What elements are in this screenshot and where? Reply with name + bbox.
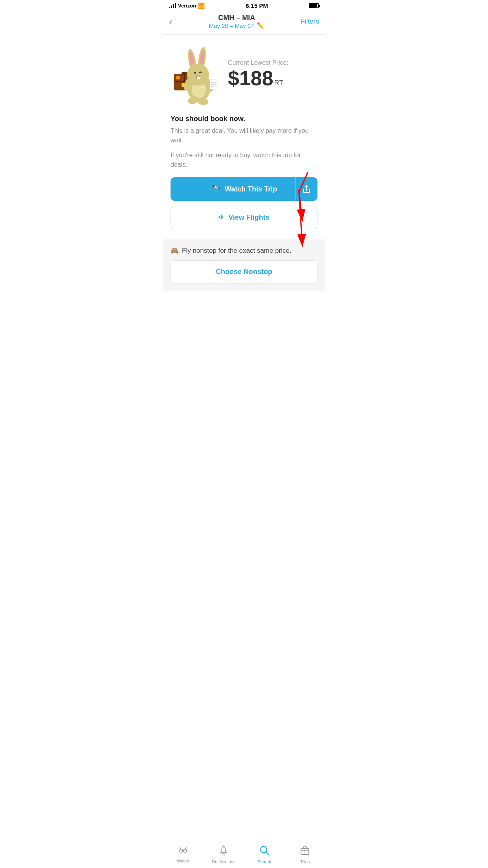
- bunny-mascot: [171, 42, 222, 105]
- status-time: 6:15 PM: [246, 2, 268, 9]
- edit-dates-icon[interactable]: ✏️: [257, 22, 264, 29]
- nonstop-header: 🙈 Fly nonstop for the exact same price.: [171, 246, 317, 255]
- price-label: Current Lowest Price:: [228, 59, 317, 66]
- share-button-area[interactable]: [295, 177, 317, 201]
- price-amount: $188RT: [228, 68, 317, 88]
- svg-rect-15: [197, 77, 198, 79]
- recommendation-title: You should book now.: [171, 115, 317, 123]
- svg-rect-16: [198, 77, 200, 79]
- back-button[interactable]: ‹: [169, 17, 172, 27]
- recommendation-watch: If you're still not ready to buy, watch …: [171, 151, 317, 169]
- watch-trip-button[interactable]: 🔭 Watch This Trip: [171, 177, 317, 201]
- price-info: Current Lowest Price: $188RT: [228, 59, 317, 88]
- price-currency: $: [228, 67, 239, 90]
- price-hero: Current Lowest Price: $188RT: [171, 42, 317, 105]
- nav-header: ‹ CMH – MIA May 20 – May 24 ✏️ Filters: [163, 11, 325, 35]
- nonstop-emoji: 🙈: [171, 246, 179, 255]
- view-flights-button[interactable]: ✈ View Flights: [171, 206, 317, 229]
- carrier-label: Verizon: [178, 3, 196, 9]
- nonstop-section: 🙈 Fly nonstop for the exact same price. …: [163, 239, 325, 291]
- view-flights-label: View Flights: [228, 213, 270, 222]
- nonstop-text: Fly nonstop for the exact same price.: [182, 247, 292, 255]
- status-bar-right: [309, 3, 319, 8]
- recommendation-body: This is a great deal. You will likely pa…: [171, 126, 317, 145]
- battery-icon: [309, 3, 319, 8]
- wifi-icon: 📶: [198, 3, 205, 9]
- status-bar: Verizon 📶 6:15 PM: [163, 0, 325, 11]
- signal-icon: [169, 3, 176, 8]
- main-content: Current Lowest Price: $188RT You should …: [163, 35, 325, 291]
- choose-nonstop-button[interactable]: Choose Nonstop: [171, 260, 317, 283]
- binoculars-icon: 🔭: [211, 184, 221, 194]
- nav-title: CMH – MIA May 20 – May 24 ✏️: [209, 14, 264, 29]
- price-rt: RT: [274, 79, 284, 87]
- svg-point-14: [196, 74, 199, 77]
- price-value: 188: [239, 67, 273, 90]
- svg-rect-5: [176, 76, 180, 79]
- recommendation-section: You should book now. This is a great dea…: [171, 115, 317, 169]
- route-title: CMH – MIA: [209, 14, 264, 22]
- share-icon: [302, 185, 311, 193]
- watch-trip-label: Watch This Trip: [225, 185, 277, 193]
- filters-button[interactable]: Filters: [301, 18, 319, 26]
- status-bar-left: Verizon 📶: [169, 3, 205, 9]
- dates-title: May 20 – May 24 ✏️: [209, 22, 264, 29]
- plane-icon: ✈: [218, 213, 224, 222]
